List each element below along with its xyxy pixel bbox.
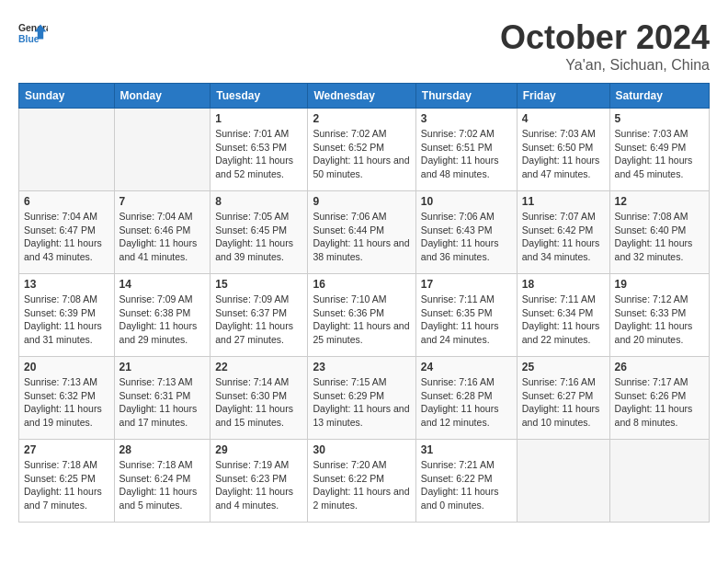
day-info: Sunrise: 7:07 AMSunset: 6:42 PMDaylight:… <box>522 210 605 264</box>
weekday-header-cell: Tuesday <box>210 84 308 109</box>
day-info: Sunrise: 7:03 AMSunset: 6:49 PMDaylight:… <box>615 127 704 181</box>
day-info: Sunrise: 7:18 AMSunset: 6:25 PMDaylight:… <box>24 458 109 512</box>
weekday-header-row: SundayMondayTuesdayWednesdayThursdayFrid… <box>19 84 710 109</box>
calendar-cell: 10Sunrise: 7:06 AMSunset: 6:43 PMDayligh… <box>415 191 517 274</box>
day-info: Sunrise: 7:04 AMSunset: 6:46 PMDaylight:… <box>119 210 206 264</box>
calendar-cell: 3Sunrise: 7:02 AMSunset: 6:51 PMDaylight… <box>415 109 517 191</box>
day-info: Sunrise: 7:01 AMSunset: 6:53 PMDaylight:… <box>215 127 302 181</box>
day-info: Sunrise: 7:11 AMSunset: 6:35 PMDaylight:… <box>421 293 512 347</box>
weekday-header-cell: Friday <box>517 84 609 109</box>
calendar-cell: 27Sunrise: 7:18 AMSunset: 6:25 PMDayligh… <box>19 440 115 523</box>
day-number: 26 <box>615 361 704 373</box>
title-block: October 2024 Ya'an, Sichuan, China <box>500 18 710 74</box>
calendar-cell: 9Sunrise: 7:06 AMSunset: 6:44 PMDaylight… <box>308 191 415 274</box>
calendar-cell: 18Sunrise: 7:11 AMSunset: 6:34 PMDayligh… <box>517 274 609 357</box>
calendar-cell: 31Sunrise: 7:21 AMSunset: 6:22 PMDayligh… <box>415 440 517 523</box>
day-number: 31 <box>421 443 512 456</box>
calendar-week-row: 27Sunrise: 7:18 AMSunset: 6:25 PMDayligh… <box>19 440 710 523</box>
day-info: Sunrise: 7:12 AMSunset: 6:33 PMDaylight:… <box>615 293 704 347</box>
calendar-cell: 20Sunrise: 7:13 AMSunset: 6:32 PMDayligh… <box>19 357 115 440</box>
day-info: Sunrise: 7:06 AMSunset: 6:44 PMDaylight:… <box>313 210 410 264</box>
day-info: Sunrise: 7:18 AMSunset: 6:24 PMDaylight:… <box>119 458 206 512</box>
day-number: 14 <box>119 278 206 291</box>
calendar-cell: 5Sunrise: 7:03 AMSunset: 6:49 PMDaylight… <box>609 109 709 191</box>
day-number: 18 <box>522 278 605 291</box>
day-info: Sunrise: 7:08 AMSunset: 6:40 PMDaylight:… <box>615 210 704 264</box>
calendar-cell: 26Sunrise: 7:17 AMSunset: 6:26 PMDayligh… <box>609 357 709 440</box>
location-subtitle: Ya'an, Sichuan, China <box>500 57 710 74</box>
calendar-cell: 8Sunrise: 7:05 AMSunset: 6:45 PMDaylight… <box>210 191 308 274</box>
day-number: 12 <box>615 195 704 208</box>
day-number: 30 <box>313 443 410 456</box>
day-info: Sunrise: 7:11 AMSunset: 6:34 PMDaylight:… <box>522 293 605 347</box>
calendar-cell: 12Sunrise: 7:08 AMSunset: 6:40 PMDayligh… <box>609 191 709 274</box>
day-number: 7 <box>119 195 206 208</box>
day-number: 19 <box>615 278 704 291</box>
day-number: 22 <box>215 361 302 373</box>
day-number: 25 <box>522 361 605 373</box>
day-info: Sunrise: 7:21 AMSunset: 6:22 PMDaylight:… <box>421 458 512 512</box>
calendar-cell <box>609 440 709 523</box>
calendar-cell: 25Sunrise: 7:16 AMSunset: 6:27 PMDayligh… <box>517 357 609 440</box>
day-info: Sunrise: 7:15 AMSunset: 6:29 PMDaylight:… <box>313 375 410 430</box>
calendar-cell: 30Sunrise: 7:20 AMSunset: 6:22 PMDayligh… <box>308 440 415 523</box>
day-number: 1 <box>215 112 302 125</box>
day-info: Sunrise: 7:16 AMSunset: 6:27 PMDaylight:… <box>522 375 605 430</box>
day-number: 10 <box>421 195 512 208</box>
calendar-cell: 11Sunrise: 7:07 AMSunset: 6:42 PMDayligh… <box>517 191 609 274</box>
calendar-cell: 14Sunrise: 7:09 AMSunset: 6:38 PMDayligh… <box>114 274 210 357</box>
logo-icon: General Blue <box>18 18 48 48</box>
calendar-week-row: 6Sunrise: 7:04 AMSunset: 6:47 PMDaylight… <box>19 191 710 274</box>
calendar-cell <box>517 440 609 523</box>
day-number: 24 <box>421 361 512 373</box>
calendar-body: 1Sunrise: 7:01 AMSunset: 6:53 PMDaylight… <box>19 109 710 523</box>
day-number: 17 <box>421 278 512 291</box>
day-info: Sunrise: 7:08 AMSunset: 6:39 PMDaylight:… <box>24 293 109 347</box>
day-info: Sunrise: 7:17 AMSunset: 6:26 PMDaylight:… <box>615 375 704 430</box>
day-info: Sunrise: 7:13 AMSunset: 6:32 PMDaylight:… <box>24 375 109 430</box>
day-number: 8 <box>215 195 302 208</box>
calendar-cell: 15Sunrise: 7:09 AMSunset: 6:37 PMDayligh… <box>210 274 308 357</box>
day-number: 28 <box>119 443 206 456</box>
day-number: 6 <box>24 195 109 208</box>
day-info: Sunrise: 7:09 AMSunset: 6:37 PMDaylight:… <box>215 293 302 347</box>
weekday-header-cell: Monday <box>114 84 210 109</box>
day-info: Sunrise: 7:02 AMSunset: 6:51 PMDaylight:… <box>421 127 512 181</box>
day-number: 21 <box>119 361 206 373</box>
calendar-cell: 24Sunrise: 7:16 AMSunset: 6:28 PMDayligh… <box>415 357 517 440</box>
day-info: Sunrise: 7:20 AMSunset: 6:22 PMDaylight:… <box>313 458 410 512</box>
calendar-cell <box>114 109 210 191</box>
day-number: 29 <box>215 443 302 456</box>
calendar-cell: 21Sunrise: 7:13 AMSunset: 6:31 PMDayligh… <box>114 357 210 440</box>
day-info: Sunrise: 7:04 AMSunset: 6:47 PMDaylight:… <box>24 210 109 264</box>
calendar-cell: 1Sunrise: 7:01 AMSunset: 6:53 PMDaylight… <box>210 109 308 191</box>
day-number: 4 <box>522 112 605 125</box>
calendar-cell: 28Sunrise: 7:18 AMSunset: 6:24 PMDayligh… <box>114 440 210 523</box>
calendar-cell: 19Sunrise: 7:12 AMSunset: 6:33 PMDayligh… <box>609 274 709 357</box>
day-info: Sunrise: 7:19 AMSunset: 6:23 PMDaylight:… <box>215 458 302 512</box>
calendar-cell: 13Sunrise: 7:08 AMSunset: 6:39 PMDayligh… <box>19 274 115 357</box>
day-info: Sunrise: 7:10 AMSunset: 6:36 PMDaylight:… <box>313 293 410 347</box>
day-info: Sunrise: 7:02 AMSunset: 6:52 PMDaylight:… <box>313 127 410 181</box>
day-info: Sunrise: 7:16 AMSunset: 6:28 PMDaylight:… <box>421 375 512 430</box>
day-number: 16 <box>313 278 410 291</box>
calendar-cell: 23Sunrise: 7:15 AMSunset: 6:29 PMDayligh… <box>308 357 415 440</box>
calendar-cell: 16Sunrise: 7:10 AMSunset: 6:36 PMDayligh… <box>308 274 415 357</box>
calendar-cell <box>19 109 115 191</box>
logo: General Blue <box>18 18 48 48</box>
calendar-week-row: 1Sunrise: 7:01 AMSunset: 6:53 PMDaylight… <box>19 109 710 191</box>
day-info: Sunrise: 7:06 AMSunset: 6:43 PMDaylight:… <box>421 210 512 264</box>
day-number: 3 <box>421 112 512 125</box>
day-number: 13 <box>24 278 109 291</box>
calendar-table: SundayMondayTuesdayWednesdayThursdayFrid… <box>18 83 710 523</box>
day-number: 5 <box>615 112 704 125</box>
day-info: Sunrise: 7:09 AMSunset: 6:38 PMDaylight:… <box>119 293 206 347</box>
weekday-header-cell: Saturday <box>609 84 709 109</box>
calendar-week-row: 13Sunrise: 7:08 AMSunset: 6:39 PMDayligh… <box>19 274 710 357</box>
weekday-header-cell: Sunday <box>19 84 115 109</box>
day-number: 11 <box>522 195 605 208</box>
calendar-cell: 2Sunrise: 7:02 AMSunset: 6:52 PMDaylight… <box>308 109 415 191</box>
day-info: Sunrise: 7:14 AMSunset: 6:30 PMDaylight:… <box>215 375 302 430</box>
svg-text:Blue: Blue <box>18 34 40 44</box>
calendar-week-row: 20Sunrise: 7:13 AMSunset: 6:32 PMDayligh… <box>19 357 710 440</box>
